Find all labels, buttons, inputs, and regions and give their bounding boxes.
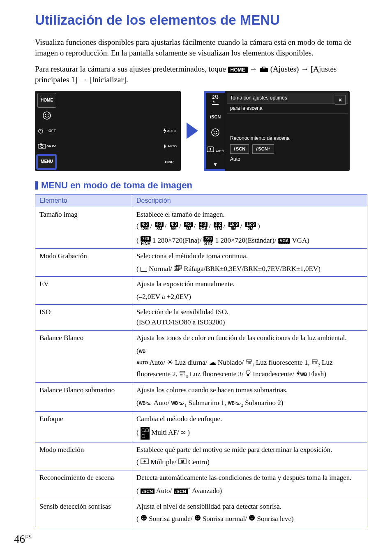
arrow-icon: →	[80, 75, 88, 84]
text: Submarino 1,	[189, 399, 228, 407]
table-row: ISO Selección de la sensibilidad ISO. (I…	[35, 305, 367, 330]
row-description: Establece qué parte del motivo se mide p…	[132, 442, 367, 470]
svg-point-33	[249, 515, 255, 521]
text: Multi AF/	[151, 428, 179, 436]
home-badge-icon: HOME	[228, 67, 248, 73]
smile-icon[interactable]	[211, 128, 220, 139]
svg-point-29	[144, 516, 145, 517]
svg-rect-9	[40, 144, 42, 145]
home-button[interactable]: HOME	[37, 93, 56, 108]
timer-off-icon[interactable]: OFF	[38, 124, 56, 138]
svg-point-14	[210, 148, 211, 150]
row-description: Ajusta la exposición manualmente. (–2,0E…	[132, 277, 367, 305]
auto-label: AUTO	[46, 144, 56, 148]
disp-button[interactable]: DISP	[161, 155, 178, 169]
smile-icon[interactable]	[38, 109, 56, 123]
svg-point-12	[216, 131, 217, 132]
row-element: Balance Blanco submarino	[35, 383, 132, 412]
arrow-icon: →	[249, 65, 257, 73]
intro-paragraph-1: Visualiza funciones disponibles para aju…	[35, 37, 367, 58]
svg-point-4	[45, 114, 46, 115]
ratio-badge: 4:312M	[141, 222, 149, 231]
desc-options: (–2,0EV a +2,0EV)	[136, 292, 363, 302]
table-row: Reconocimiento de escena Detecta automát…	[35, 470, 367, 499]
text: VGA)	[292, 236, 309, 244]
single-shot-icon	[141, 267, 147, 272]
text: Auto/	[154, 399, 170, 407]
wb-auto-icon: WBAUTO	[136, 349, 148, 365]
flash-auto-icon[interactable]: AUTO	[161, 124, 178, 138]
row-element: Sensib detección sonrisas	[35, 499, 132, 527]
page-indicator[interactable]: 2/3 ▲	[212, 95, 218, 105]
svg-rect-0	[260, 68, 268, 72]
svg-point-27	[141, 515, 147, 521]
svg-point-21	[246, 370, 250, 374]
heading-bar-icon	[35, 181, 38, 190]
underwater-wb-icon: WB2	[228, 399, 243, 407]
cloud-icon: ☁	[209, 359, 216, 366]
underwater-wb-icon: WB1	[171, 399, 187, 407]
scn-icon[interactable]: iSCN	[210, 113, 221, 120]
table-row: Enfoque Cambia el método de enfoque. ( ▢…	[35, 411, 367, 442]
desc-line: Ajusta el nivel de sensibilidad para det…	[136, 502, 363, 512]
face-auto-icon[interactable]: AUTO	[207, 146, 224, 154]
col-header-element: Elemento	[35, 194, 132, 207]
svg-point-30	[195, 515, 201, 521]
table-row: Tamaño imag Establece el tamaño de image…	[35, 207, 367, 248]
macro-auto-icon[interactable]: AUTO	[161, 139, 178, 153]
text: Normal/	[149, 265, 172, 273]
multi-af-icon: ▢▢▢	[141, 427, 150, 440]
scn-label: SCN	[211, 114, 221, 119]
text: Centro)	[188, 458, 210, 466]
text: 1 280×720(Estándar)/	[215, 236, 277, 244]
ratio-badge: 16:92M	[245, 222, 256, 231]
row-element: Modo medición	[35, 442, 132, 470]
row-element: Enfoque	[35, 411, 132, 442]
text: Avanzado)	[192, 487, 222, 495]
intro-text-d: [Inicializar].	[89, 75, 128, 84]
text: 1 280×720(Fina)/	[152, 236, 202, 244]
scn-button[interactable]: iSCN	[230, 144, 249, 154]
face-auto-label: AUTO	[216, 150, 224, 153]
menu-sidebar: 2/3 ▲ iSCN AUTO ▼	[204, 91, 225, 171]
down-arrow-button[interactable]: ▼	[213, 162, 218, 167]
burst-icon	[174, 265, 182, 273]
intro-paragraph-2: Para restaurar la cámara a sus ajustes p…	[35, 64, 367, 85]
page-num-value: 46	[14, 533, 25, 545]
row-element: Balance Blanco	[35, 330, 132, 383]
text: Sonrisa grande/	[149, 515, 192, 523]
heading-text: MENU en modo de toma de imagen	[41, 180, 192, 190]
svg-point-28	[142, 516, 143, 517]
iscn-icon: iSCN	[141, 489, 154, 494]
video-vga-badge: VGA	[278, 238, 291, 244]
macro-auto-label: AUTO	[168, 144, 177, 148]
row-description: Ajusta los colores cuando se hacen tomas…	[132, 383, 367, 412]
camera-auto-icon[interactable]: AUTO	[38, 139, 56, 153]
row-description: Establece el tamaño de imagen. ( 4:312M/…	[132, 207, 367, 248]
svg-point-8	[41, 145, 43, 148]
table-row: Sensib detección sonrisas Ajusta el nive…	[35, 499, 367, 527]
scn-plus-button[interactable]: iSCN⁺	[252, 144, 274, 154]
svg-rect-20	[180, 371, 185, 373]
figure-row: HOME OFF AUTO MENU AUTO	[35, 91, 367, 171]
col-header-description: Descripción	[132, 194, 367, 207]
intro-text-b: (Ajustes)	[270, 65, 301, 73]
big-arrow-icon	[187, 123, 198, 139]
text: Luz fluorescente 3/	[188, 370, 243, 378]
table-row: Modo Grabación Selecciona el método de t…	[35, 248, 367, 276]
svg-point-35	[253, 516, 254, 517]
row-element: Modo Grabación	[35, 248, 132, 276]
incandescent-icon	[245, 370, 251, 378]
row-element: Reconocimiento de escena	[35, 470, 132, 499]
text: Flash)	[307, 370, 326, 378]
blank-cell	[161, 108, 178, 122]
option-title: Toma con ajustes óptimos	[227, 93, 348, 104]
svg-point-5	[48, 114, 48, 115]
ratio-badge: 4:33M	[184, 222, 192, 231]
text: Ráfaga/BRK±0,3EV/BRK±0,7EV/BRK±1,0EV)	[184, 265, 321, 273]
row-description: Ajusta el nivel de sensibilidad para det…	[132, 499, 367, 527]
ratio-badge: 4:35M	[170, 222, 178, 231]
close-button[interactable]: ×	[335, 95, 346, 105]
multi-metering-icon	[141, 458, 149, 466]
blank-cell	[161, 93, 178, 107]
